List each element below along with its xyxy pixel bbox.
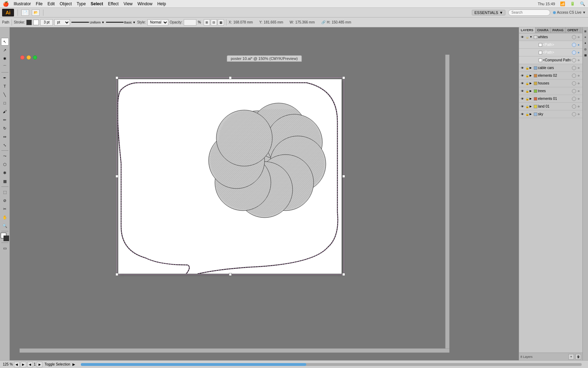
rotate-tool[interactable]: ↻ xyxy=(1,124,9,132)
page-prev-button[interactable]: ◀ xyxy=(27,362,33,367)
layer-row-path1[interactable]: 👁 🔒 <Path> ● xyxy=(519,41,582,49)
stroke-style-preview[interactable]: Uniform ▼ xyxy=(71,21,104,24)
expand-trees[interactable]: ▶ xyxy=(530,89,533,93)
rect-tool[interactable]: □ xyxy=(1,99,9,107)
apple-menu[interactable]: 🍎 xyxy=(3,1,9,7)
expand-elements02[interactable]: ▶ xyxy=(530,74,533,77)
eye-whites[interactable]: 👁 xyxy=(520,35,525,40)
target-elements02[interactable] xyxy=(572,74,576,78)
menu-effect[interactable]: Effect xyxy=(108,1,118,6)
canvas-area[interactable]: poster 10.ai* @ 150% (CMYK/Preview) xyxy=(10,27,519,360)
artboard-tool[interactable]: ⬚ xyxy=(1,188,9,196)
delete-layer-button[interactable]: 🗑 xyxy=(575,354,581,360)
target-whites[interactable] xyxy=(572,35,576,39)
layer-row-sky[interactable]: 👁 🔒 ▶ sky ○ xyxy=(519,110,582,118)
symbol-tool[interactable]: ❃ xyxy=(1,169,9,177)
layer-row-houses[interactable]: 👁 🔒 ▶ houses ○ xyxy=(519,80,582,87)
zoom-tool[interactable]: 🔍 xyxy=(1,222,9,230)
lock-land01[interactable]: 🔒 xyxy=(525,104,530,109)
eye-land01[interactable]: 👁 xyxy=(520,104,525,109)
scrollbar-vertical[interactable] xyxy=(445,55,449,353)
target-cablecars[interactable] xyxy=(572,66,576,70)
direct-selection-tool[interactable]: ↗ xyxy=(1,46,9,54)
menu-select[interactable]: Select xyxy=(91,1,103,6)
hand-tool[interactable]: ✋ xyxy=(1,213,9,221)
vis-compound[interactable]: ○ xyxy=(578,58,582,62)
lock-whites[interactable]: 🔒 xyxy=(525,35,530,40)
zoom-in-button[interactable]: ◀ xyxy=(14,362,20,367)
expand-houses[interactable]: ▶ xyxy=(530,82,533,85)
stroke-unit-select[interactable]: ptpxmm xyxy=(54,19,70,26)
lock-sky[interactable]: 🔒 xyxy=(525,112,530,117)
layers-panel-icon[interactable]: ≡ xyxy=(583,35,588,40)
brush-panel-icon[interactable]: ✦ xyxy=(583,41,588,46)
vis-path2[interactable]: ● xyxy=(578,50,582,55)
vis-sky[interactable]: ○ xyxy=(578,112,582,116)
warp-tool[interactable]: ⤳ xyxy=(1,152,9,160)
lasso-tool[interactable]: ⌒ xyxy=(1,63,9,71)
vis-cablecars[interactable]: ○ xyxy=(578,66,582,70)
eye-elements02[interactable]: 👁 xyxy=(520,73,525,78)
new-layer-button[interactable]: + xyxy=(568,354,574,360)
status-arrow[interactable]: ▶ xyxy=(72,362,75,366)
vis-path1[interactable]: ● xyxy=(578,43,582,47)
properties-panel-icon[interactable]: ⊞ xyxy=(583,29,588,34)
column-graph-tool[interactable]: ▦ xyxy=(1,177,9,185)
layer-row-land01[interactable]: 👁 🔒 ▶ land 01 ○ xyxy=(519,103,582,110)
vis-land01[interactable]: ○ xyxy=(578,104,582,109)
menu-edit[interactable]: Edit xyxy=(48,1,55,6)
change-screen-mode[interactable]: ▭ xyxy=(1,244,9,252)
search-menu-icon[interactable]: 🔍 xyxy=(580,1,585,6)
align-icon[interactable]: ⊟ xyxy=(211,19,217,26)
transform-icon[interactable]: ⊞ xyxy=(204,19,210,26)
essentials-button[interactable]: ESSENTIALS ▼ xyxy=(472,10,505,15)
eye-trees[interactable]: 👁 xyxy=(520,89,525,94)
close-button[interactable] xyxy=(20,55,24,60)
layer-row-elements02[interactable]: 👁 🔒 ▶ elements 02 ○ xyxy=(519,72,582,80)
target-sky[interactable] xyxy=(572,112,576,116)
eye-cablecars[interactable]: 👁 xyxy=(520,66,525,70)
selection-tool[interactable]: ↖ xyxy=(1,38,9,46)
color-panel-icon[interactable]: ◎ xyxy=(583,47,588,52)
brush-tool[interactable]: 🖌 xyxy=(1,108,9,115)
expand-elements01[interactable]: ▶ xyxy=(530,97,533,100)
stroke-width-input[interactable] xyxy=(40,19,53,26)
scissors-tool[interactable]: ✂ xyxy=(1,205,9,213)
blend-tool[interactable]: ⬡ xyxy=(1,161,9,168)
eye-elements01[interactable]: 👁 xyxy=(520,96,525,101)
target-path2[interactable] xyxy=(572,50,576,55)
target-elements01[interactable] xyxy=(572,97,576,101)
vis-whites[interactable]: ○ xyxy=(578,35,582,39)
scale-tool[interactable]: ⤡ xyxy=(1,141,9,149)
envelope-icon[interactable]: ▦ xyxy=(218,19,224,26)
vis-houses[interactable]: ○ xyxy=(578,81,582,86)
opacity-input[interactable]: 100 xyxy=(184,19,196,26)
layer-row-compound[interactable]: 👁 🔒 <Compound Path> ○ xyxy=(519,56,582,64)
layer-row-whites[interactable]: 👁 🔒 ▼ whites ○ xyxy=(519,33,582,41)
reflect-tool[interactable]: ⇔ xyxy=(1,133,9,141)
target-land01[interactable] xyxy=(572,104,576,109)
expand-whites[interactable]: ▼ xyxy=(530,35,533,39)
tab-layers[interactable]: LAYERS xyxy=(519,27,536,33)
maximize-button[interactable] xyxy=(33,55,37,60)
page-next-button[interactable]: ▶ xyxy=(37,362,42,367)
magic-wand-tool[interactable]: ✱ xyxy=(1,55,9,62)
expand-cablecars[interactable]: ▶ xyxy=(530,66,533,69)
vis-trees[interactable]: ○ xyxy=(578,89,582,93)
menu-type[interactable]: Type xyxy=(77,1,86,6)
layer-row-trees[interactable]: 👁 🔒 ▶ trees ○ xyxy=(519,87,582,95)
eye-sky[interactable]: 👁 xyxy=(520,112,525,117)
tab-character[interactable]: CHARA xyxy=(536,27,551,33)
lock-houses[interactable]: 🔒 xyxy=(525,81,530,86)
open-doc-button[interactable]: 📂 xyxy=(32,9,40,16)
zoom-out-button[interactable]: ▶ xyxy=(21,362,26,367)
target-path1[interactable] xyxy=(572,43,576,47)
fill-stroke-boxes[interactable] xyxy=(1,233,9,241)
vis-elements02[interactable]: ○ xyxy=(578,74,582,78)
access-cs-live[interactable]: Access CS Live ▼ xyxy=(553,11,586,14)
eye-houses[interactable]: 👁 xyxy=(520,81,525,86)
fill-color-swatch[interactable] xyxy=(33,20,39,25)
type-tool[interactable]: T xyxy=(1,82,9,90)
style-select[interactable]: Normal xyxy=(147,19,168,26)
lock-cablecars[interactable]: 🔒 xyxy=(525,66,530,70)
